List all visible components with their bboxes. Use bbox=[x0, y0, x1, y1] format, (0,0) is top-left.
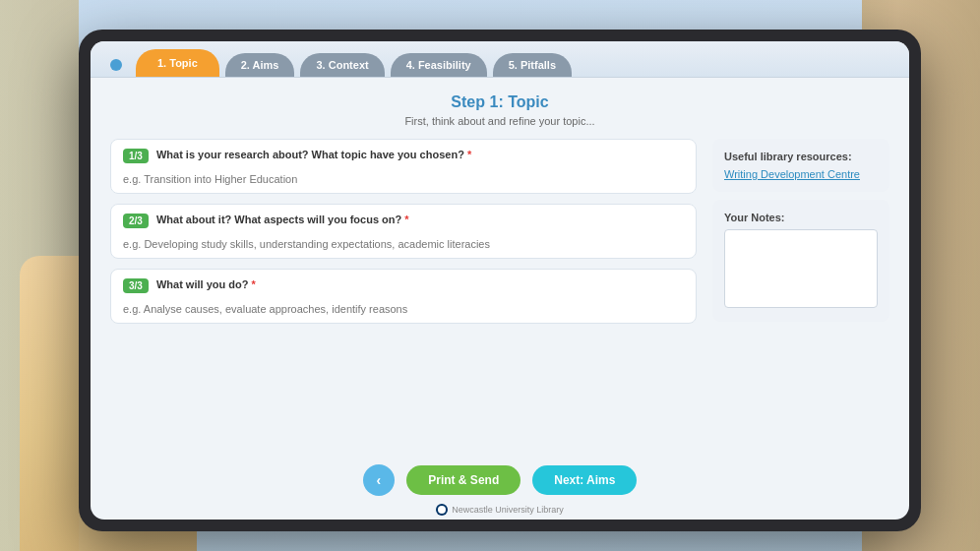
resources-label: Useful library resources: bbox=[724, 151, 878, 162]
resources-box: Useful library resources: Writing Develo… bbox=[712, 139, 889, 192]
question-text-1: What is your research about? What topic … bbox=[156, 148, 471, 162]
question-badge-3: 3/3 bbox=[123, 278, 149, 293]
back-button[interactable]: ‹ bbox=[363, 464, 396, 496]
question-header-3: 3/3 What will you do? * bbox=[111, 270, 696, 297]
footer: Newcastle University Library bbox=[91, 504, 909, 520]
nav-indicator bbox=[110, 59, 122, 71]
required-star-1: * bbox=[464, 149, 471, 160]
questions-column: 1/3 What is your research about? What to… bbox=[110, 139, 697, 443]
required-star-2: * bbox=[401, 214, 408, 225]
question-input-1[interactable] bbox=[111, 167, 696, 193]
tab-pitfalls[interactable]: 5. Pitfalls bbox=[493, 53, 572, 77]
question-badge-1: 1/3 bbox=[123, 149, 149, 163]
question-text-3: What will you do? * bbox=[156, 277, 256, 292]
sidebar-panel: Useful library resources: Writing Develo… bbox=[712, 139, 889, 443]
required-star-3: * bbox=[248, 278, 255, 290]
footer-text: Newcastle University Library bbox=[452, 505, 564, 515]
notes-box: Your Notes: bbox=[712, 200, 889, 322]
university-logo-icon bbox=[436, 504, 448, 516]
print-send-button[interactable]: Print & Send bbox=[406, 465, 521, 495]
notes-label: Your Notes: bbox=[724, 212, 878, 223]
notes-textarea[interactable] bbox=[724, 229, 878, 308]
tablet-screen: 1. Topic 2. Aims 3. Context 4. Feasibili… bbox=[91, 41, 909, 520]
tab-navigation: 1. Topic 2. Aims 3. Context 4. Feasibili… bbox=[91, 41, 909, 78]
writing-centre-link[interactable]: Writing Development Centre bbox=[724, 168, 860, 180]
question-header-2: 2/3 What about it? What aspects will you… bbox=[111, 205, 696, 232]
next-label: Next: Aims bbox=[554, 473, 615, 487]
back-icon: ‹ bbox=[377, 472, 382, 488]
tab-context[interactable]: 3. Context bbox=[300, 53, 384, 77]
next-button[interactable]: Next: Aims bbox=[532, 465, 637, 495]
step-subtitle: First, think about and refine your topic… bbox=[110, 115, 889, 127]
svg-point-0 bbox=[438, 506, 446, 514]
question-input-3[interactable] bbox=[111, 297, 696, 323]
bottom-toolbar: ‹ Print & Send Next: Aims bbox=[91, 455, 909, 504]
main-content: Step 1: Topic First, think about and ref… bbox=[91, 78, 909, 455]
tab-feasibility[interactable]: 4. Feasibility bbox=[391, 53, 487, 77]
tab-topic[interactable]: 1. Topic bbox=[136, 49, 219, 77]
question-block-1: 1/3 What is your research about? What to… bbox=[110, 139, 697, 194]
tab-aims[interactable]: 2. Aims bbox=[225, 53, 295, 77]
question-badge-2: 2/3 bbox=[123, 214, 149, 228]
question-block-3: 3/3 What will you do? * bbox=[110, 269, 697, 324]
question-text-2: What about it? What aspects will you foc… bbox=[156, 213, 409, 227]
question-input-2[interactable] bbox=[111, 232, 696, 258]
question-header-1: 1/3 What is your research about? What to… bbox=[111, 140, 696, 167]
main-columns: 1/3 What is your research about? What to… bbox=[110, 139, 889, 443]
step-title: Step 1: Topic bbox=[110, 93, 889, 111]
print-label: Print & Send bbox=[428, 473, 499, 487]
question-block-2: 2/3 What about it? What aspects will you… bbox=[110, 204, 697, 259]
tablet-device: 1. Topic 2. Aims 3. Context 4. Feasibili… bbox=[79, 30, 921, 531]
